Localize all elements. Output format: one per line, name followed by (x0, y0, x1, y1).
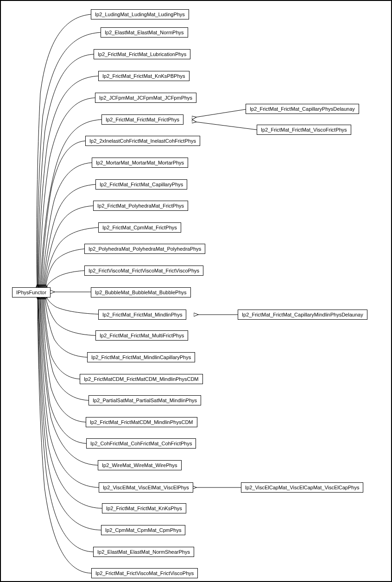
node-label: Ip2_FrictMat_FrictMat_MindlinCapillaryPh… (91, 354, 191, 360)
node-grandchild[interactable]: Ip2_ViscElCapMat_ViscElCapMat_ViscElCapP… (241, 482, 363, 493)
node-child[interactable]: Ip2_JCFpmMat_JCFpmMat_JCFpmPhys (95, 93, 196, 103)
node-label: Ip2_PartialSatMat_PartialSatMat_MindlinP… (93, 398, 197, 403)
node-root[interactable]: IPhysFunctor (12, 287, 51, 297)
node-child[interactable]: Ip2_ElastMat_ElastMat_NormPhys (101, 27, 188, 38)
node-child[interactable]: Ip2_CpmMat_CpmMat_CpmPhys (101, 525, 185, 535)
node-child[interactable]: Ip2_ElastMat_ElastMat_NormShearPhys (93, 547, 194, 557)
node-child[interactable]: Ip2_FrictMat_FrictViscoMat_FrictViscoPhy… (91, 568, 198, 578)
node-child[interactable]: Ip2_FrictMat_PolyhedraMat_FrictPhys (93, 201, 188, 211)
node-label: Ip2_2xInelastCohFrictMat_InelastCohFrict… (89, 138, 196, 144)
node-label: Ip2_LudingMat_LudingMat_LudingPhys (95, 12, 185, 17)
node-label: Ip2_ViscElMat_ViscElMat_ViscElPhys (103, 485, 189, 490)
node-label: IPhysFunctor (16, 290, 46, 295)
node-label: Ip2_FrictMat_FrictMat_MultiFrictPhys (100, 333, 184, 338)
node-child[interactable]: Ip2_FrictMat_FrictMat_LubricationPhys (94, 49, 190, 59)
node-label: Ip2_FrictMatCDM_FrictMatCDM_MindlinPhysC… (84, 376, 199, 382)
node-label: Ip2_FrictMat_FrictMat_CapillaryMindlinPh… (242, 312, 363, 317)
node-child[interactable]: Ip2_PartialSatMat_PartialSatMat_MindlinP… (89, 395, 201, 405)
node-label: Ip2_FrictMat_FrictMat_MindlinPhys (102, 312, 182, 317)
edges-layer (1, 1, 392, 582)
node-grandchild[interactable]: Ip2_FrictMat_FrictMat_ViscoFrictPhys (257, 125, 351, 135)
node-child[interactable]: Ip2_FrictMat_FrictMat_MindlinCapillaryPh… (87, 352, 195, 362)
node-child[interactable]: Ip2_ViscElMat_ViscElMat_ViscElPhys (99, 482, 193, 493)
node-child[interactable]: Ip2_WireMat_WireMat_WirePhys (98, 460, 182, 470)
node-child[interactable]: Ip2_FrictMat_FrictMatCDM_MindlinPhysCDM (86, 417, 197, 427)
node-label: Ip2_FrictMat_FrictViscoMat_FrictViscoPhy… (95, 570, 194, 576)
node-child[interactable]: Ip2_FrictMat_FrictMat_FrictPhys (101, 114, 183, 125)
node-label: Ip2_CpmMat_CpmMat_CpmPhys (105, 527, 181, 533)
node-grandchild[interactable]: Ip2_FrictMat_FrictMat_CapillaryMindlinPh… (238, 310, 367, 320)
node-grandchild[interactable]: Ip2_FrictMat_FrictMat_CapillaryPhysDelau… (246, 104, 359, 114)
node-child[interactable]: Ip2_LudingMat_LudingMat_LudingPhys (91, 9, 189, 19)
node-child[interactable]: Ip2_PolyhedraMat_PolyhedraMat_PolyhedraP… (84, 244, 205, 254)
node-label: Ip2_FrictMat_FrictMatCDM_MindlinPhysCDM (90, 419, 193, 425)
node-label: Ip2_FrictMat_FrictMat_CapillaryPhys (100, 182, 183, 187)
diagram-canvas: IPhysFunctor Ip2_LudingMat_LudingMat_Lud… (0, 0, 392, 582)
node-label: Ip2_FrictMat_FrictMat_KnKsPBPhys (102, 73, 185, 79)
node-label: Ip2_PolyhedraMat_PolyhedraMat_PolyhedraP… (89, 246, 201, 252)
node-child[interactable]: Ip2_FrictMat_CpmMat_FrictPhys (98, 222, 181, 233)
node-label: Ip2_BubbleMat_BubbleMat_BubblePhys (95, 290, 187, 295)
node-child[interactable]: Ip2_BubbleMat_BubbleMat_BubblePhys (91, 287, 191, 297)
node-label: Ip2_FrictMat_CpmMat_FrictPhys (102, 225, 177, 230)
node-child[interactable]: Ip2_FrictViscoMat_FrictViscoMat_FrictVis… (84, 266, 203, 276)
node-label: Ip2_JCFpmMat_JCFpmMat_JCFpmPhys (99, 95, 192, 101)
node-label: Ip2_ViscElCapMat_ViscElCapMat_ViscElCapP… (245, 485, 359, 490)
node-child[interactable]: Ip2_FrictMat_FrictMat_MindlinPhys (98, 310, 186, 320)
node-label: Ip2_CohFrictMat_CohFrictMat_CohFrictPhys (90, 441, 192, 446)
node-label: Ip2_ElastMat_ElastMat_NormPhys (105, 30, 184, 35)
node-child[interactable]: Ip2_FrictMat_FrictMat_KnKsPhys (102, 503, 186, 513)
node-label: Ip2_MortarMat_MortarMat_MortarPhys (96, 160, 184, 165)
node-label: Ip2_ElastMat_ElastMat_NormShearPhys (97, 549, 190, 555)
node-child[interactable]: Ip2_MortarMat_MortarMat_MortarPhys (92, 158, 188, 168)
node-label: Ip2_FrictMat_FrictMat_ViscoFrictPhys (261, 127, 347, 133)
node-child[interactable]: Ip2_2xInelastCohFrictMat_InelastCohFrict… (85, 136, 200, 146)
node-child[interactable]: Ip2_FrictMat_FrictMat_MultiFrictPhys (95, 330, 188, 341)
node-label: Ip2_FrictMat_FrictMat_LubricationPhys (98, 51, 186, 57)
node-label: Ip2_WireMat_WireMat_WirePhys (102, 462, 177, 468)
node-child[interactable]: Ip2_CohFrictMat_CohFrictMat_CohFrictPhys (86, 438, 196, 449)
node-child[interactable]: Ip2_FrictMatCDM_FrictMatCDM_MindlinPhysC… (80, 374, 203, 384)
node-child[interactable]: Ip2_FrictMat_FrictMat_CapillaryPhys (95, 179, 187, 190)
node-label: Ip2_FrictViscoMat_FrictViscoMat_FrictVis… (89, 268, 199, 273)
node-label: Ip2_FrictMat_FrictMat_FrictPhys (106, 117, 179, 122)
node-label: Ip2_FrictMat_PolyhedraMat_FrictPhys (97, 203, 184, 209)
node-child[interactable]: Ip2_FrictMat_FrictMat_KnKsPBPhys (98, 71, 190, 81)
node-label: Ip2_FrictMat_FrictMat_KnKsPhys (106, 506, 182, 511)
node-label: Ip2_FrictMat_FrictMat_CapillaryPhysDelau… (250, 106, 355, 112)
